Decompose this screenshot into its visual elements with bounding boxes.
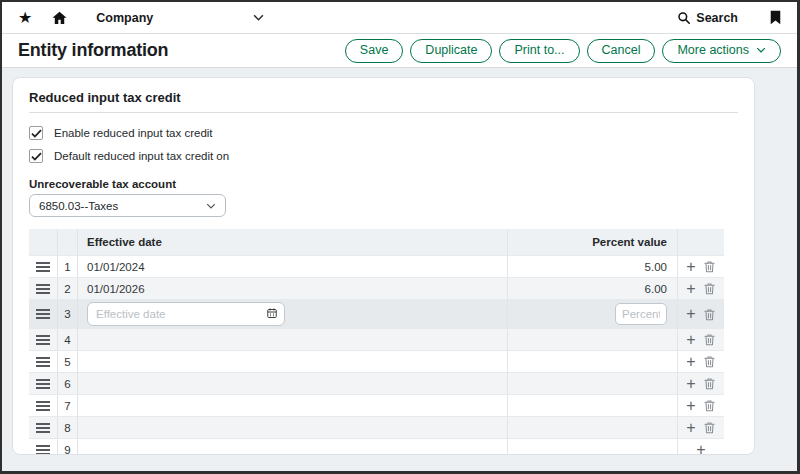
drag-handle-icon[interactable] bbox=[36, 423, 50, 433]
home-icon-glyph bbox=[51, 10, 68, 26]
row-actions-cell: + bbox=[678, 395, 724, 416]
save-button[interactable]: Save bbox=[345, 39, 404, 63]
search-label: Search bbox=[696, 11, 738, 25]
chevron-down-icon bbox=[253, 14, 264, 21]
effective-date-cell bbox=[78, 373, 508, 394]
drag-handle-icon[interactable] bbox=[36, 379, 50, 389]
unrecoverable-tax-account-select[interactable]: 6850.03--Taxes bbox=[29, 194, 226, 217]
percent-value-cell bbox=[508, 417, 678, 438]
default-ritc-checkbox[interactable] bbox=[29, 149, 43, 163]
drag-cell bbox=[29, 417, 58, 438]
row-number: 5 bbox=[58, 351, 78, 372]
drag-handle-icon[interactable] bbox=[36, 284, 50, 294]
row-number: 4 bbox=[58, 329, 78, 350]
rate-table-body: 1 01/01/2024 5.00 + 2 01/01 bbox=[29, 256, 724, 455]
delete-row-icon[interactable] bbox=[703, 333, 716, 346]
drag-handle-icon[interactable] bbox=[36, 401, 50, 411]
delete-row-icon[interactable] bbox=[703, 282, 716, 295]
drag-handle-icon[interactable] bbox=[36, 445, 50, 455]
drag-handle-icon[interactable] bbox=[36, 262, 50, 272]
checkmark-icon bbox=[31, 152, 42, 161]
percent-value-cell: 6.00 bbox=[508, 278, 678, 299]
delete-row-icon[interactable] bbox=[703, 377, 716, 390]
duplicate-button[interactable]: Duplicate bbox=[410, 39, 492, 63]
row-actions-cell: + bbox=[678, 278, 724, 299]
effective-date-input[interactable] bbox=[87, 302, 285, 326]
add-row-icon[interactable]: + bbox=[686, 376, 695, 392]
print-to-button[interactable]: Print to... bbox=[499, 39, 579, 63]
add-row-icon[interactable]: + bbox=[686, 281, 695, 297]
percent-value-cell bbox=[508, 395, 678, 416]
add-row-icon[interactable]: + bbox=[686, 420, 695, 436]
percent-input-wrap bbox=[615, 303, 667, 325]
bookmark-icon-glyph bbox=[770, 10, 781, 25]
checkmark-icon bbox=[31, 129, 42, 138]
add-row-icon[interactable]: + bbox=[686, 259, 695, 275]
search-control[interactable]: Search bbox=[677, 11, 738, 25]
percent-value: 5.00 bbox=[645, 261, 667, 273]
table-row: 5 + bbox=[29, 351, 724, 373]
tax-credit-rate-table: Effective date Percent value 1 01/01/202… bbox=[29, 229, 724, 455]
rate-table-header: Effective date Percent value bbox=[29, 229, 724, 256]
table-row: 1 01/01/2024 5.00 + bbox=[29, 256, 724, 278]
add-row-icon[interactable]: + bbox=[696, 442, 705, 456]
company-dropdown-label: Company bbox=[96, 11, 153, 25]
default-ritc-checkbox-row[interactable]: Default reduced input tax credit on bbox=[29, 148, 738, 164]
row-actions-cell: + bbox=[678, 351, 724, 372]
effective-date-cell bbox=[78, 300, 508, 328]
drag-handle-icon[interactable] bbox=[36, 309, 50, 319]
add-row-icon[interactable]: + bbox=[686, 354, 695, 370]
percent-value-cell bbox=[508, 300, 678, 328]
favorite-star-icon[interactable]: ★ bbox=[18, 10, 32, 26]
table-row: 6 + bbox=[29, 373, 724, 395]
more-actions-button[interactable]: More actions bbox=[662, 39, 781, 63]
enable-ritc-checkbox[interactable] bbox=[29, 126, 43, 140]
percent-value-cell bbox=[508, 351, 678, 372]
effective-date-value: 01/01/2026 bbox=[87, 283, 145, 295]
app-window: ★ Company Search Entity information bbox=[0, 0, 800, 474]
add-row-icon[interactable]: + bbox=[686, 332, 695, 348]
cancel-button[interactable]: Cancel bbox=[587, 39, 656, 63]
drag-cell bbox=[29, 256, 58, 277]
delete-row-icon[interactable] bbox=[703, 421, 716, 434]
company-dropdown[interactable]: Company bbox=[96, 11, 264, 25]
percent-value-cell bbox=[508, 439, 678, 455]
row-number: 3 bbox=[58, 300, 78, 328]
drag-cell bbox=[29, 395, 58, 416]
row-actions-cell: + bbox=[678, 439, 724, 455]
main-area: Reduced input tax credit Enable reduced … bbox=[2, 68, 797, 471]
bookmark-icon[interactable] bbox=[770, 10, 781, 25]
delete-row-icon[interactable] bbox=[703, 355, 716, 368]
effective-date-cell bbox=[78, 329, 508, 350]
chevron-down-icon bbox=[206, 203, 216, 209]
home-icon[interactable] bbox=[51, 10, 68, 26]
chevron-down-icon bbox=[756, 47, 766, 53]
drag-handle-icon[interactable] bbox=[36, 335, 50, 345]
drag-cell bbox=[29, 329, 58, 350]
drag-cell bbox=[29, 373, 58, 394]
delete-row-icon[interactable] bbox=[703, 399, 716, 412]
row-actions-cell: + bbox=[678, 329, 724, 350]
calendar-icon[interactable] bbox=[266, 307, 278, 319]
percent-input[interactable] bbox=[615, 303, 667, 325]
page-header: Entity information Save Duplicate Print … bbox=[2, 34, 797, 68]
percent-value-cell bbox=[508, 373, 678, 394]
add-row-icon[interactable]: + bbox=[686, 398, 695, 414]
add-row-icon[interactable]: + bbox=[686, 306, 695, 322]
search-icon bbox=[677, 11, 691, 25]
table-row: 3 + bbox=[29, 300, 724, 329]
page-title: Entity information bbox=[18, 40, 168, 61]
table-row: 4 + bbox=[29, 329, 724, 351]
percent-value-cell: 5.00 bbox=[508, 256, 678, 277]
enable-ritc-checkbox-row[interactable]: Enable reduced input tax credit bbox=[29, 125, 738, 141]
delete-row-icon[interactable] bbox=[703, 308, 716, 321]
row-actions-cell: + bbox=[678, 256, 724, 277]
drag-handle-icon[interactable] bbox=[36, 357, 50, 367]
effective-date-cell: 01/01/2024 bbox=[78, 256, 508, 277]
percent-value-column-header: Percent value bbox=[508, 229, 678, 255]
enable-ritc-label: Enable reduced input tax credit bbox=[54, 127, 213, 139]
delete-row-icon[interactable] bbox=[703, 260, 716, 273]
drag-cell bbox=[29, 300, 58, 328]
effective-date-cell bbox=[78, 439, 508, 455]
effective-date-cell bbox=[78, 395, 508, 416]
